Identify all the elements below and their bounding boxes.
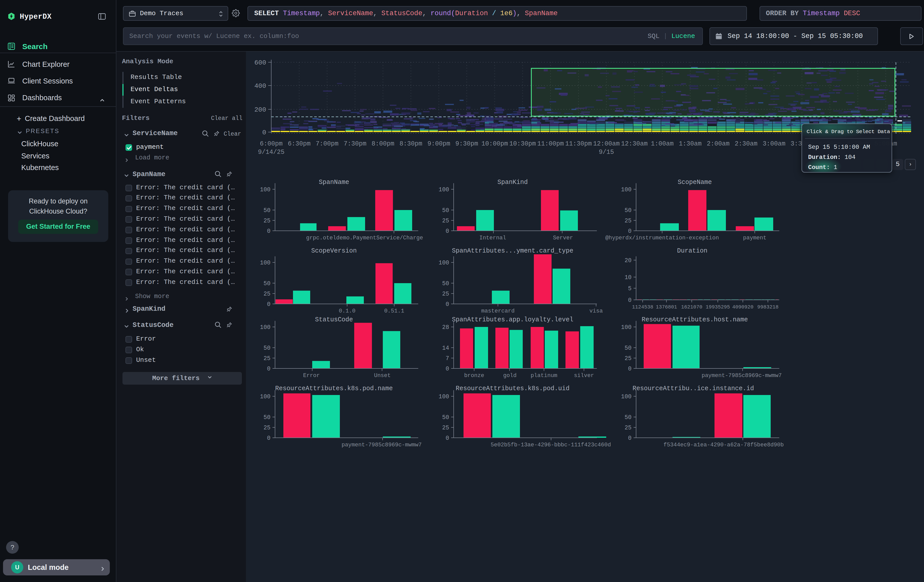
svg-text:0.1.0: 0.1.0: [339, 308, 355, 314]
svg-text:Server: Server: [553, 235, 573, 241]
svg-text:100: 100: [621, 186, 632, 193]
svg-text:200: 200: [254, 106, 266, 114]
svg-text:0: 0: [267, 301, 271, 308]
svg-text:28: 28: [442, 324, 449, 331]
svg-text:10:30pm: 10:30pm: [509, 140, 536, 148]
svg-text:11:30pm: 11:30pm: [565, 140, 592, 148]
svg-text:12:00am: 12:00am: [593, 140, 620, 148]
svg-text:0: 0: [262, 129, 266, 137]
svg-text:100: 100: [260, 260, 271, 266]
svg-text:25: 25: [263, 355, 271, 362]
svg-text:50: 50: [263, 414, 271, 421]
svg-text:0: 0: [628, 297, 632, 303]
svg-text:6:00pm: 6:00pm: [260, 140, 283, 148]
svg-text:50: 50: [624, 414, 632, 421]
svg-text:silver: silver: [574, 373, 594, 379]
svg-text:0.51.1: 0.51.1: [384, 308, 404, 314]
svg-text:ResourceAttributes.k8s.pod.nam: ResourceAttributes.k8s.pod.name: [275, 385, 393, 392]
svg-text:0: 0: [267, 366, 271, 372]
svg-text:9:30pm: 9:30pm: [455, 140, 478, 148]
svg-text:50: 50: [263, 280, 271, 287]
svg-text:100: 100: [260, 324, 271, 331]
svg-text:100: 100: [621, 394, 632, 400]
svg-text:25: 25: [624, 355, 632, 362]
svg-text:50: 50: [442, 280, 449, 287]
svg-text:1376801: 1376801: [656, 304, 677, 310]
svg-text:platinum: platinum: [531, 373, 558, 379]
svg-text:25: 25: [442, 425, 449, 431]
svg-text:10: 10: [624, 274, 632, 281]
svg-text:50: 50: [442, 414, 449, 421]
svg-text:25: 25: [263, 425, 271, 431]
svg-text:1124538: 1124538: [632, 304, 653, 310]
svg-text:2:30am: 2:30am: [735, 140, 757, 148]
svg-text:400: 400: [254, 82, 266, 90]
svg-text:600: 600: [254, 59, 266, 66]
svg-text:100: 100: [439, 186, 449, 193]
svg-text:mastercard: mastercard: [481, 308, 515, 314]
svg-text:25: 25: [442, 291, 449, 297]
svg-text:0: 0: [628, 435, 632, 442]
svg-text:payment-7985c8969c-mwmw7: payment-7985c8969c-mwmw7: [701, 373, 782, 379]
svg-text:3:00am: 3:00am: [762, 140, 785, 148]
svg-text:SpanName: SpanName: [319, 179, 349, 186]
svg-text:50: 50: [263, 207, 271, 214]
svg-text:Error: Error: [303, 373, 320, 379]
svg-text:ResourceAttributes.host.name: ResourceAttributes.host.name: [642, 316, 748, 323]
svg-text:8:00pm: 8:00pm: [372, 140, 394, 148]
svg-text:5: 5: [628, 285, 632, 292]
svg-text:ScopeName: ScopeName: [678, 179, 712, 186]
svg-text:50: 50: [263, 345, 271, 351]
svg-text:0: 0: [267, 228, 271, 234]
svg-text:visa: visa: [589, 308, 603, 314]
svg-text:0: 0: [628, 228, 632, 234]
svg-text:10:00pm: 10:00pm: [482, 140, 508, 148]
svg-text:7:00pm: 7:00pm: [316, 140, 338, 148]
svg-text:gold: gold: [503, 373, 516, 379]
svg-text:ResourceAttributes.k8s.pod.uid: ResourceAttributes.k8s.pod.uid: [456, 385, 569, 392]
svg-text:1:30am: 1:30am: [679, 140, 701, 148]
svg-text:9983218: 9983218: [757, 304, 779, 310]
svg-text:100: 100: [260, 186, 271, 193]
svg-text:0: 0: [628, 366, 632, 372]
svg-text:0: 0: [446, 435, 449, 442]
svg-text:grpc.oteldemo.PaymentService/C: grpc.oteldemo.PaymentService/Charge: [306, 235, 423, 241]
svg-text:50: 50: [624, 207, 632, 214]
svg-text:7: 7: [446, 355, 449, 362]
svg-text:Unset: Unset: [374, 373, 391, 379]
svg-text:ResourceAttribu..ice.instance.: ResourceAttribu..ice.instance.id: [632, 385, 754, 392]
svg-text:25: 25: [624, 425, 632, 431]
svg-text:@hyperdx/instrumentation-excep: @hyperdx/instrumentation-exception: [606, 235, 719, 241]
svg-text:12:30am: 12:30am: [621, 140, 648, 148]
svg-text:25: 25: [442, 218, 449, 224]
svg-text:0: 0: [446, 228, 449, 234]
svg-text:Internal: Internal: [479, 235, 506, 241]
svg-text:1:00am: 1:00am: [651, 140, 674, 148]
svg-text:9:00pm: 9:00pm: [427, 140, 450, 148]
svg-text:11:00pm: 11:00pm: [537, 140, 564, 148]
svg-text:100: 100: [621, 324, 632, 331]
svg-text:0: 0: [446, 301, 449, 308]
svg-text:100: 100: [439, 260, 449, 266]
svg-text:14: 14: [442, 345, 449, 351]
svg-text:SpanKind: SpanKind: [497, 179, 528, 186]
svg-text:7:30pm: 7:30pm: [343, 140, 366, 148]
svg-text:payment: payment: [743, 235, 766, 241]
svg-text:20: 20: [624, 257, 632, 264]
svg-text:SpanAttributes.app.loyalty.lev: SpanAttributes.app.loyalty.level: [452, 316, 573, 323]
svg-text:25: 25: [624, 218, 632, 224]
svg-text:bronze: bronze: [464, 373, 484, 379]
svg-text:f5344ec9-a1ea-4290-a62a-78f5be: f5344ec9-a1ea-4290-a62a-78f5bee8d90b: [663, 442, 784, 448]
svg-text:9/15: 9/15: [599, 148, 614, 156]
svg-text:50: 50: [442, 207, 449, 214]
svg-text:8:30pm: 8:30pm: [399, 140, 422, 148]
svg-text:4090920: 4090920: [732, 304, 754, 310]
svg-text:25: 25: [263, 291, 271, 297]
svg-text:Duration: Duration: [677, 247, 708, 255]
svg-text:SpanAttributes...yment.card_ty: SpanAttributes...yment.card_type: [452, 247, 573, 255]
svg-text:payment-7985c8969c-mwmw7: payment-7985c8969c-mwmw7: [342, 442, 422, 448]
svg-text:50: 50: [624, 345, 632, 351]
svg-text:25: 25: [263, 218, 271, 224]
svg-text:19935295: 19935295: [706, 304, 730, 310]
svg-text:6:30pm: 6:30pm: [288, 140, 310, 148]
